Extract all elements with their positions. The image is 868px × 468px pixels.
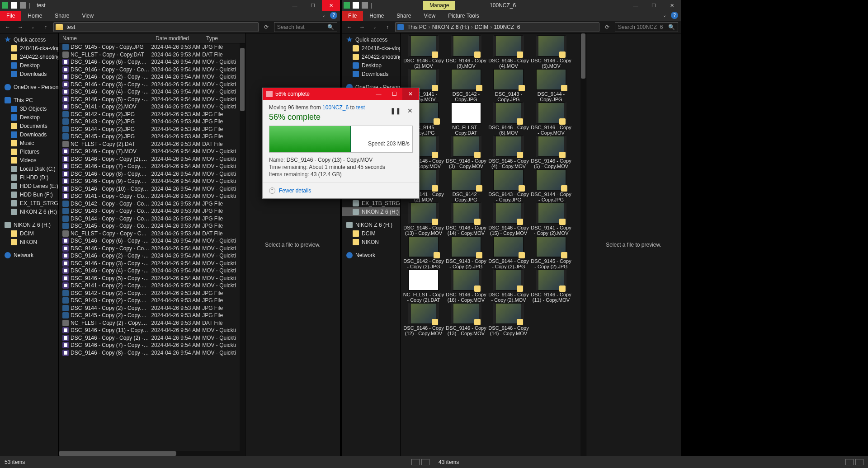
file-row[interactable]: DSC_9146 - Copy - Copy - Copy - Copy....… (59, 245, 245, 253)
breadcrumb[interactable]: test (66, 24, 76, 30)
thumbnail-item[interactable]: NC_FLLST - Copy.DAT (445, 102, 487, 136)
cancel-button[interactable]: ✕ (407, 107, 413, 114)
file-row[interactable]: DSC_9143 - Copy (2) - Copy.JPG2024-04-26… (59, 297, 245, 304)
nav-item-desk[interactable]: Desktop (342, 61, 400, 70)
history-dropdown[interactable]: ⌄ (370, 22, 380, 32)
thumbnail-item[interactable]: DSC_9146 - Copy - Copy (2).MOV (487, 269, 530, 303)
thumbnail-item[interactable]: DSC_9146 - Copy (6).MOV (487, 102, 530, 136)
file-row[interactable]: DSC_9141 - Copy - Copy - Copy.MOV2024-04… (59, 192, 245, 200)
thumbnail-item[interactable]: DSC_9146 - Copy (3) - Copy.MOV (445, 136, 487, 169)
file-row[interactable]: DSC_9146 - Copy (3) - Copy - Copy.MOV202… (59, 81, 245, 89)
thumbnail-item[interactable]: DSC_9144 - Copy - Copy.JPG (530, 169, 572, 202)
file-row[interactable]: DSC_9146 - Copy (5) - Copy - Copy.MOV202… (59, 96, 245, 103)
file-row[interactable]: DSC_9144 - Copy - Copy - Copy.JPG2024-04… (59, 215, 245, 223)
thumbnail-item[interactable]: DSC_9141 - Copy - Copy (2).MOV (530, 202, 572, 236)
file-row[interactable]: DSC_9144 - Copy (2) - Copy.JPG2024-04-26… (59, 304, 245, 312)
vertical-scrollbar[interactable] (580, 33, 586, 456)
file-row[interactable]: DSC_9142 - Copy (2) - Copy.JPG2024-04-26… (59, 290, 245, 297)
close-button[interactable]: ✕ (663, 0, 681, 11)
file-row[interactable]: DSC_9145 - Copy (2).JPG2024-04-26 9:53 A… (59, 133, 245, 140)
thumbnail-item[interactable]: DSC_9146 - Copy (14) - Copy.MOV (445, 202, 487, 236)
thumbnail-item[interactable]: DSC_9146 - Copy (4).MOV (487, 35, 530, 69)
nav-item-desk[interactable]: Desktop (0, 61, 58, 70)
thumbnail-item[interactable]: DSC_9146 - Copy (15) - Copy.MOV (487, 202, 530, 236)
col-type[interactable]: Type (203, 35, 238, 42)
file-row[interactable]: DSC_9146 - Copy - Copy (2) - Copy.MOV202… (59, 334, 245, 342)
dialog-maximize[interactable]: ☐ (387, 88, 402, 100)
nav-item-pc[interactable]: This PC (0, 96, 58, 104)
nav-item-nikon[interactable]: NIKON (0, 238, 58, 246)
expand-ribbon-icon[interactable]: ⌄ (320, 12, 327, 19)
thumbnail-item[interactable]: DSC_9144 - Copy.JPG (530, 69, 572, 102)
titlebar[interactable]: | test — ☐ ✕ (0, 0, 340, 11)
nav-item-p1[interactable]: 240416-cka-vlog (342, 44, 400, 52)
dialog-titlebar[interactable]: 56% complete — ☐ ✕ (263, 88, 419, 100)
history-dropdown[interactable]: ⌄ (28, 22, 38, 32)
file-row[interactable]: DSC_9146 - Copy (7) - Copy.MOV2024-04-26… (59, 163, 245, 170)
file-row[interactable]: DSC_9146 - Copy (6) - Copy - Copy.MOV202… (59, 237, 245, 245)
file-row[interactable]: DSC_9143 - Copy - Copy - Copy.JPG2024-04… (59, 207, 245, 215)
breadcrumb[interactable]: DCIM (474, 24, 490, 30)
fewer-details-toggle[interactable]: ⌃ Fewer details (263, 183, 419, 198)
refresh-button[interactable]: ⟳ (602, 22, 612, 32)
nav-item-obj[interactable]: 3D Objects (0, 104, 58, 113)
file-row[interactable]: DSC_9142 - Copy - Copy - Copy.JPG2024-04… (59, 200, 245, 208)
file-row[interactable]: DSC_9145 - Copy (2) - Copy.JPG2024-04-26… (59, 312, 245, 319)
expand-ribbon-icon[interactable]: ⌄ (661, 12, 668, 19)
file-row[interactable]: DSC_9146 - Copy (4) - Copy - Copy - C...… (59, 267, 245, 275)
nav-item-dl[interactable]: Downloads (0, 70, 58, 78)
file-row[interactable]: DSC_9146 - Copy (6) - Copy.MOV2024-04-26… (59, 58, 245, 66)
navigation-pane[interactable]: Quick access240416-cka-vlog240422-shooti… (0, 33, 59, 456)
view-large-icon[interactable] (421, 459, 429, 465)
file-row[interactable]: DSC_9143 - Copy (2).JPG2024-04-26 9:53 A… (59, 118, 245, 126)
thumbnail-item[interactable]: DSC_9146 - Copy (4) - Copy.MOV (487, 136, 530, 169)
nav-item-h[interactable]: NIKON Z 6 (H:) (0, 207, 58, 216)
thumbnail-item[interactable]: DSC_9144 - Copy - Copy (2).JPG (487, 236, 530, 269)
forward-button[interactable]: → (357, 22, 367, 32)
search-input[interactable]: Search 100NCZ_6 🔍 (615, 22, 678, 32)
view-large-icon[interactable] (855, 459, 863, 465)
nav-item-vid[interactable]: Videos (0, 156, 58, 164)
nav-item-f[interactable]: HDD Bun (F:) (0, 190, 58, 199)
nav-item-h[interactable]: NIKON Z 6 (H:) (342, 207, 400, 216)
column-headers[interactable]: Name Date modified Type (59, 33, 245, 43)
tab-share[interactable]: Share (48, 11, 75, 21)
breadcrumb[interactable]: This PC (406, 24, 428, 30)
file-row[interactable]: DSC_9146 - Copy (11) - Copy.MOV2024-04-2… (59, 327, 245, 334)
thumbnail-item[interactable]: DSC_9146 - Copy (13) - Copy.MOV (445, 303, 487, 336)
maximize-button[interactable]: ☐ (645, 0, 663, 11)
file-row[interactable]: DSC_9146 - Copy - Copy (2).MOV2024-04-26… (59, 155, 245, 163)
file-row[interactable]: DSC_9142 - Copy (2).JPG2024-04-26 9:53 A… (59, 111, 245, 118)
nav-item-p2[interactable]: 240422-shooting-cr (0, 52, 58, 61)
file-row[interactable]: NC_FLLST - Copy - Copy - Copy.DAT2024-04… (59, 230, 245, 238)
file-row[interactable]: DSC_9146 - Copy (4) - Copy - Copy.MOV202… (59, 88, 245, 96)
view-details-icon[interactable] (845, 459, 854, 465)
nav-item-e[interactable]: HDD Lenes (E:) (0, 182, 58, 190)
nav-item-dcim[interactable]: DCIM (0, 229, 58, 238)
breadcrumb[interactable]: 100NCZ_6 (493, 24, 521, 30)
close-button[interactable]: ✕ (322, 0, 340, 11)
nav-item-h2[interactable]: NIKON Z 6 (H:) (0, 220, 58, 229)
tab-share[interactable]: Share (390, 11, 417, 21)
tab-manage-context[interactable]: Manage (423, 1, 455, 10)
back-button[interactable]: ← (344, 22, 354, 32)
thumbnail-item[interactable]: DSC_9143 - Copy - Copy (2).JPG (445, 236, 487, 269)
qat-props-icon[interactable] (20, 2, 26, 9)
nav-item-net[interactable]: Network (0, 251, 58, 259)
dest-link[interactable]: test (356, 104, 365, 111)
tab-home[interactable]: Home (21, 11, 48, 21)
qat-save-icon[interactable] (11, 2, 17, 9)
thumbnail-item[interactable]: DSC_9146 - Copy (11) - Copy.MOV (530, 269, 572, 303)
nav-item-c[interactable]: Local Disk (C:) (0, 164, 58, 173)
file-row[interactable]: DSC_9146 - Copy - Copy - Copy.MOV2024-04… (59, 66, 245, 74)
file-row[interactable]: DSC_9146 - Copy (5) - Copy - Copy - C...… (59, 275, 245, 282)
thumbnail-item[interactable]: DSC_9142 - Copy.JPG (445, 69, 487, 102)
forward-button[interactable]: → (15, 22, 25, 32)
vertical-scrollbar[interactable] (240, 43, 245, 456)
address-field[interactable]: test (53, 22, 259, 32)
nav-item-p1[interactable]: 240416-cka-vlog (0, 44, 58, 52)
file-row[interactable]: DSC_9146 - Copy (3) - Copy - Copy - C...… (59, 260, 245, 267)
nav-item-od[interactable]: OneDrive - Personal (0, 83, 58, 91)
breadcrumb[interactable]: NIKON Z 6 (H:) (431, 24, 470, 30)
thumbnail-item[interactable]: DSC_9146 - Copy (14) - Copy.MOV (487, 303, 530, 336)
